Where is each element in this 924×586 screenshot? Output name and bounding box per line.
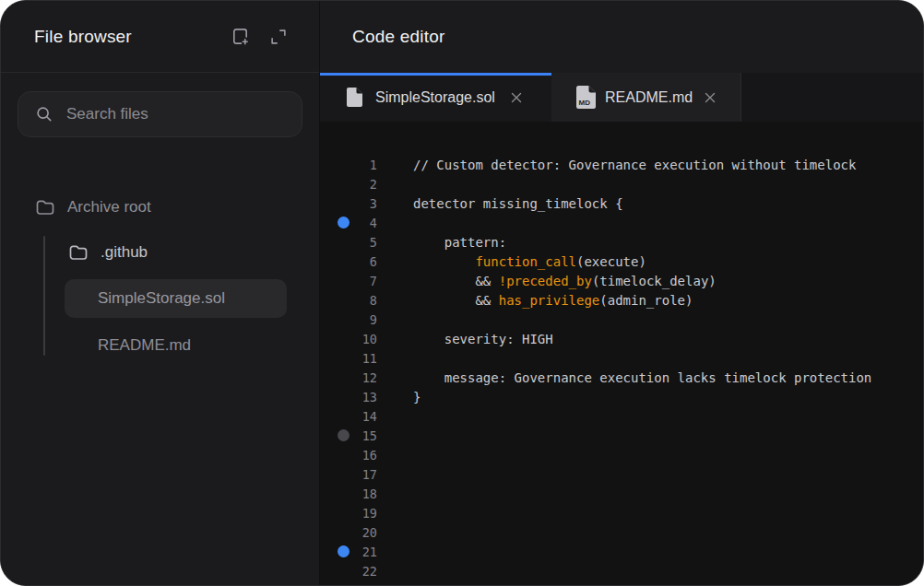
code-line: 15 [320, 426, 923, 445]
search-icon [34, 104, 54, 124]
code-line: 20 [320, 522, 923, 542]
line-number: 14 [349, 409, 377, 424]
file-tree-item-simplestorage-sol[interactable]: SimpleStorage.sol [65, 279, 287, 318]
code-text: detector missing_timelock { [413, 196, 623, 211]
line-number: 1 [349, 158, 377, 172]
file-tree-item-label: README.md [98, 336, 191, 355]
line-number: 22 [349, 564, 377, 579]
code-line: 11 [320, 348, 923, 368]
code-text: message: Governance execution lacks time… [413, 370, 871, 385]
code-line: 7 && !preceded_by(timelock_delay) [320, 271, 923, 290]
file-tree-item-label: .github [101, 243, 148, 262]
expand-button[interactable] [267, 26, 290, 48]
line-number: 23 [349, 583, 377, 586]
line-number: 9 [349, 312, 377, 327]
code-line: 14 [320, 406, 923, 426]
file-tree: Archive root .github SimpleStorage.sol R… [1, 189, 319, 365]
line-number: 3 [349, 196, 377, 211]
code-line: 4 [320, 213, 923, 232]
search-input[interactable] [66, 105, 286, 123]
file-browser-actions [229, 26, 290, 48]
line-number: 10 [349, 332, 377, 346]
line-number: 4 [349, 216, 377, 230]
new-file-button[interactable] [229, 26, 251, 48]
file-icon [347, 88, 362, 107]
line-number: 15 [349, 428, 377, 443]
code-text: && has_privilege(admin_role) [413, 293, 693, 308]
file-tree-item-label: Archive root [67, 198, 151, 217]
line-number: 18 [349, 486, 377, 501]
line-number: 11 [349, 351, 377, 366]
line-number: 5 [349, 235, 377, 250]
code-line: 3 detector missing_timelock { [320, 193, 923, 213]
line-number: 20 [349, 525, 377, 540]
folder-icon [67, 241, 89, 264]
md-file-icon: MD [576, 86, 596, 109]
editor-tab-bar: SimpleStorage.sol MD README.md [320, 73, 923, 122]
gutter-marker [337, 545, 349, 557]
code-text: } [413, 390, 421, 404]
code-text: function_call(execute) [413, 254, 646, 269]
line-number: 2 [349, 177, 377, 192]
file-tree-item-readme-md[interactable]: README.md [65, 326, 287, 365]
code-line: 6 function_call(execute) [320, 252, 923, 271]
code-line: 13 } [320, 387, 923, 406]
code-line: 9 [320, 310, 923, 329]
code-area[interactable]: 1 // Custom detector: Governance executi… [320, 122, 923, 585]
code-editor-panel: Code editor SimpleStorage.sol MD README.… [319, 1, 923, 585]
code-line: 1 // Custom detector: Governance executi… [320, 155, 923, 174]
code-line: 23 [320, 580, 923, 585]
svg-text:MD: MD [579, 99, 591, 107]
code-line: 18 [320, 484, 923, 503]
gray-marker-dot [338, 429, 349, 441]
file-browser-panel: File browser [1, 1, 319, 585]
file-browser-header: File browser [1, 1, 319, 73]
code-line: 2 [320, 174, 923, 193]
code-text: severity: HIGH [413, 332, 553, 346]
code-text: // Custom detector: Governance execution… [413, 158, 856, 172]
code-line: 5 pattern: [320, 232, 923, 252]
tab-readme-md[interactable]: MD README.md [551, 73, 741, 122]
code-text: && !preceded_by(timelock_delay) [413, 274, 717, 288]
line-number: 19 [349, 506, 377, 521]
gutter-marker [337, 429, 349, 441]
code-line: 21 [320, 542, 923, 561]
code-line: 19 [320, 503, 923, 522]
code-line: 10 severity: HIGH [320, 329, 923, 348]
blue-marker-dot [338, 217, 349, 229]
folder-icon [34, 196, 56, 218]
code-line: 12 message: Governance execution lacks t… [320, 368, 923, 387]
file-tree-item-label: SimpleStorage.sol [98, 289, 225, 308]
code-editor-header: Code editor [320, 1, 923, 73]
tab-label: README.md [605, 89, 693, 106]
expand-icon [268, 27, 289, 47]
close-icon[interactable] [510, 91, 523, 104]
line-number: 16 [349, 448, 377, 463]
app-window: File browser [0, 0, 924, 586]
code-line: 8 && has_privilege(admin_role) [320, 290, 923, 310]
line-number: 21 [349, 545, 377, 559]
file-tree-item-github[interactable]: .github [1, 234, 319, 271]
line-number: 7 [349, 274, 377, 288]
file-tree-children: .github SimpleStorage.sol README.md [1, 234, 319, 365]
code-line: 17 [320, 464, 923, 484]
tab-label: SimpleStorage.sol [375, 89, 495, 106]
gutter-marker [337, 217, 349, 229]
file-browser-title: File browser [34, 27, 229, 47]
line-number: 8 [349, 293, 377, 308]
line-number: 6 [349, 254, 377, 269]
search-box[interactable] [18, 91, 302, 137]
code-editor-title: Code editor [352, 27, 444, 47]
line-number: 17 [349, 467, 377, 482]
code-line: 22 [320, 561, 923, 580]
new-file-icon [230, 26, 251, 47]
close-icon[interactable] [704, 91, 717, 104]
code-text: pattern: [413, 235, 506, 250]
line-number: 12 [349, 370, 377, 385]
line-number: 13 [349, 390, 377, 404]
blue-marker-dot [338, 545, 349, 557]
code-line: 16 [320, 445, 923, 464]
tab-simplestorage-sol[interactable]: SimpleStorage.sol [320, 73, 551, 122]
file-tree-item-archive-root[interactable]: Archive root [1, 189, 319, 226]
